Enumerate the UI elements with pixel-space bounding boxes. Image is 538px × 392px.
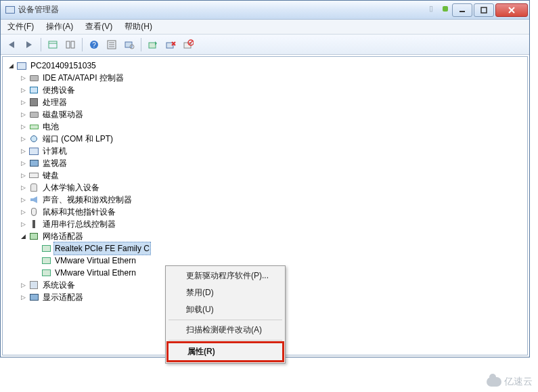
netcard-icon [41, 255, 51, 266]
expander-icon[interactable] [19, 86, 27, 94]
netcard-icon [41, 267, 51, 278]
expander-icon[interactable] [19, 208, 27, 216]
window-controls [451, 3, 528, 17]
tree-item-sound[interactable]: 声音、视频和游戏控制器 [3, 194, 527, 206]
ctx-disable[interactable]: 禁用(D) [167, 284, 284, 301]
expander-icon[interactable] [19, 232, 27, 240]
computer-icon [28, 146, 39, 156]
watermark-text: 亿速云 [504, 376, 533, 388]
arrow-left-icon [9, 41, 14, 48]
tree-item-ide[interactable]: IDE ATA/ATAPI 控制器 [3, 72, 527, 84]
arrow-right-icon [26, 41, 32, 48]
tree-item-monitor[interactable]: 监视器 [3, 157, 527, 169]
root-label: PC201409151035 [29, 60, 97, 72]
tree-root[interactable]: PC201409151035 [3, 60, 527, 72]
ctx-update-driver[interactable]: 更新驱动程序软件(P)... [167, 267, 284, 284]
tree-item-computer[interactable]: 计算机 [3, 145, 527, 157]
close-button[interactable] [495, 3, 528, 17]
disable-button[interactable] [180, 37, 196, 53]
expander-icon[interactable] [19, 196, 27, 204]
tree-item-processor[interactable]: 处理器 [3, 96, 527, 108]
usb-icon [28, 219, 39, 230]
forward-button[interactable] [21, 37, 37, 53]
ctx-highlight-box: 属性(R) [166, 341, 284, 362]
hid-icon [28, 182, 39, 193]
toolbar-separator [82, 38, 83, 51]
expander-icon[interactable] [19, 110, 27, 118]
portable-icon [28, 85, 39, 95]
titlebar-background-apps: ▯ [429, 4, 448, 13]
menubar: 文件(F) 操作(A) 查看(V) 帮助(H) [1, 20, 529, 35]
watermark: 亿速云 [487, 376, 533, 388]
maximize-button[interactable] [474, 3, 494, 17]
uninstall-button[interactable] [162, 37, 179, 53]
properties-button[interactable] [104, 37, 120, 53]
toolbar: ? [1, 35, 529, 55]
tree-item-usb[interactable]: 通用串行总线控制器 [3, 218, 527, 230]
back-button[interactable] [3, 37, 20, 53]
show-hidden-button[interactable] [45, 37, 61, 53]
ctx-scan[interactable]: 扫描检测硬件改动(A) [167, 322, 284, 339]
mouse-icon [28, 206, 39, 217]
ctx-separator [169, 320, 282, 320]
update-driver-button[interactable] [145, 37, 161, 53]
ctx-properties[interactable]: 属性(R) [169, 343, 282, 360]
tree-item-ports[interactable]: 端口 (COM 和 LPT) [3, 133, 527, 145]
tree-item-keyboard[interactable]: 键盘 [3, 169, 527, 181]
tree-item-disk[interactable]: 磁盘驱动器 [3, 108, 527, 121]
menu-action[interactable]: 操作(A) [42, 20, 77, 34]
menu-view[interactable]: 查看(V) [81, 20, 116, 34]
tree-item-battery[interactable]: 电池 [3, 121, 527, 133]
svg-text:?: ? [92, 41, 96, 49]
context-menu: 更新驱动程序软件(P)... 禁用(D) 卸载(U) 扫描检测硬件改动(A) 属… [165, 265, 286, 364]
expander-icon[interactable] [19, 171, 27, 179]
computer-icon [16, 60, 27, 71]
bg-text [443, 5, 448, 13]
ide-icon [28, 72, 39, 83]
monitor-icon [28, 158, 39, 169]
sound-icon [28, 194, 39, 205]
expander-icon[interactable] [19, 293, 27, 301]
minimize-button[interactable] [452, 3, 472, 17]
tree-item-network[interactable]: 网络适配器 [3, 230, 527, 242]
expander-icon[interactable] [19, 281, 27, 289]
titlebar-left: 设备管理器 [5, 4, 59, 16]
expander-icon[interactable] [19, 74, 27, 82]
battery-icon [28, 121, 39, 132]
tree-item-mouse[interactable]: 鼠标和其他指针设备 [3, 206, 527, 218]
tree-item-portable[interactable]: 便携设备 [3, 84, 527, 96]
svg-rect-16 [149, 43, 156, 48]
help-button[interactable]: ? [86, 37, 102, 53]
bg-pill: ▯ [429, 4, 433, 13]
display-icon [28, 292, 39, 303]
menu-file[interactable]: 文件(F) [3, 20, 38, 34]
expander-icon[interactable] [19, 123, 27, 131]
toolbar-separator [41, 38, 41, 51]
menu-help[interactable]: 帮助(H) [120, 20, 156, 34]
toolbar-separator [141, 38, 141, 51]
cloud-icon [487, 377, 501, 387]
expander-icon[interactable] [7, 62, 15, 70]
scan-button[interactable] [121, 37, 137, 53]
svg-rect-4 [49, 41, 57, 48]
ctx-uninstall[interactable]: 卸载(U) [167, 301, 284, 318]
tree-item-realtek[interactable]: Realtek PCIe FE Family C [3, 242, 527, 255]
expander-icon[interactable] [19, 147, 27, 155]
titlebar[interactable]: 设备管理器 ▯ [1, 1, 529, 20]
keyboard-icon [28, 170, 39, 181]
tree-item-hid[interactable]: 人体学输入设备 [3, 181, 527, 194]
expander-icon[interactable] [19, 159, 27, 167]
expander-icon[interactable] [19, 135, 27, 143]
expander-icon[interactable] [19, 183, 27, 192]
expander-icon[interactable] [19, 220, 27, 228]
app-icon [5, 5, 16, 16]
disk-icon [28, 109, 39, 120]
netcard-icon [41, 243, 51, 254]
system-icon [28, 280, 39, 290]
view-button[interactable] [62, 37, 79, 53]
svg-rect-1 [481, 7, 487, 13]
chip-icon [28, 97, 39, 108]
network-icon [28, 231, 39, 242]
window-title: 设备管理器 [18, 4, 59, 16]
expander-icon[interactable] [19, 98, 27, 106]
